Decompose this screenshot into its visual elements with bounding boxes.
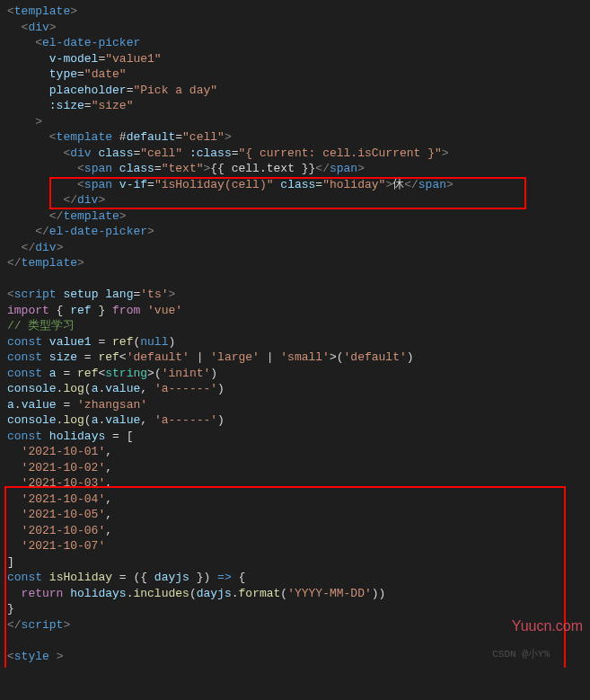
code-line: </template> [7,208,590,225]
code-line: const size = ref<'default' | 'large' | '… [7,350,590,366]
code-line: <template> [7,4,590,20]
code-line: const holidays = [ [7,429,590,445]
watermark: CSDN @小Y% [492,647,550,663]
code-line: </template> [7,255,590,271]
code-line: '2021-10-06', [7,523,590,539]
code-line: ] [7,554,590,571]
code-line: placeholder="Pick a day" [7,83,590,99]
code-line: '2021-10-03', [7,475,590,492]
code-line: :size="size" [7,98,590,114]
code-line: import { ref } from 'vue' [7,303,590,319]
branding-text: Yuucn.com [512,618,583,634]
code-line: <span v-if="isHoliday(cell)" class="holi… [7,177,590,193]
code-line: <template #default="cell"> [7,129,590,146]
code-line: return holidays.includes(dayjs.format('Y… [7,586,590,602]
code-line: const value1 = ref(null) [7,334,590,350]
code-line: </div> [7,240,590,256]
code-line: </el-date-picker> [7,224,590,240]
code-line: '2021-10-01', [7,444,590,460]
code-line: <span class="text">{{ cell.text }}</span… [7,161,590,177]
code-editor: <template> <div> <el-date-picker v-model… [0,4,590,664]
code-line: } [7,601,590,617]
code-line: v-model="value1" [7,51,590,67]
code-line: '2021-10-05', [7,507,590,523]
code-line: a.value = 'zhangsan' [7,397,590,413]
code-line: const a = ref<string>('inint') [7,366,590,382]
code-line: '2021-10-04', [7,492,590,508]
code-line: // 类型学习 [7,318,590,334]
code-line: console.log(a.value, 'a------') [7,412,590,429]
code-line: </script> [7,617,590,634]
code-line: </div> [7,192,590,208]
code-line: console.log(a.value, 'a------') [7,381,590,397]
code-line: '2021-10-02', [7,460,590,476]
code-line: <div> [7,20,590,36]
code-line [7,271,590,288]
code-line: <script setup lang='ts'> [7,287,590,303]
code-line: <div class="cell" :class="{ current: cel… [7,146,590,162]
code-line: > [7,114,590,130]
code-line: '2021-10-07' [7,538,590,554]
code-line: <el-date-picker [7,35,590,51]
code-line: type="date" [7,66,590,83]
code-line: const isHoliday = ({ dayjs }) => { [7,570,590,586]
